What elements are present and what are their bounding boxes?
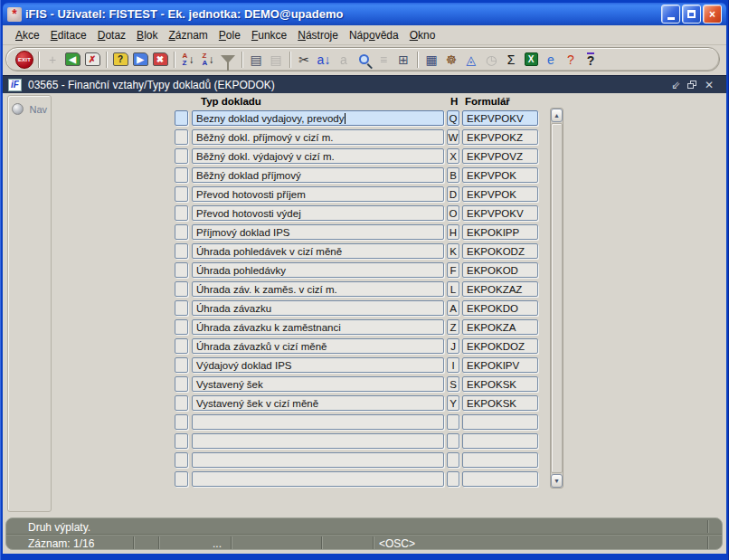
row-indicator[interactable] bbox=[175, 471, 188, 487]
typ-dokladu-field[interactable]: Úhrada závazku bbox=[192, 300, 444, 316]
menu-funkce[interactable]: Funkce bbox=[246, 26, 292, 44]
pyramid-view-button[interactable]: ◬ bbox=[461, 50, 481, 70]
row-indicator[interactable] bbox=[175, 300, 188, 316]
h-field[interactable] bbox=[447, 414, 459, 430]
sort-ascending-button[interactable]: AZ↓ bbox=[178, 50, 198, 70]
h-field[interactable] bbox=[447, 433, 459, 449]
h-field[interactable]: D bbox=[447, 186, 459, 202]
menu-dotaz[interactable]: Dotaz bbox=[92, 26, 131, 44]
help-button[interactable]: ? bbox=[581, 50, 601, 70]
menu-editace[interactable]: Editace bbox=[45, 26, 92, 44]
row-indicator[interactable] bbox=[175, 281, 188, 297]
typ-dokladu-field[interactable] bbox=[192, 471, 444, 487]
cut-button[interactable]: ✂ bbox=[294, 50, 314, 70]
menu-pole[interactable]: Pole bbox=[213, 26, 246, 44]
typ-dokladu-field[interactable]: Úhrada pohledávek v cizí měně bbox=[192, 243, 444, 259]
scroll-down-button[interactable]: ▼ bbox=[551, 474, 563, 488]
row-indicator[interactable] bbox=[175, 376, 188, 392]
h-field[interactable]: J bbox=[447, 338, 459, 354]
maximize-button[interactable] bbox=[682, 5, 701, 24]
typ-dokladu-field[interactable]: Bezny doklad vydajovy, prevody bbox=[192, 110, 444, 126]
row-indicator[interactable] bbox=[175, 110, 188, 126]
typ-dokladu-field[interactable]: Vystavený šek v cizí měně bbox=[192, 395, 444, 411]
typ-dokladu-field[interactable]: Úhrada pohledávky bbox=[192, 262, 444, 278]
formular-field[interactable]: EKPOKIPP bbox=[462, 224, 538, 240]
formular-field[interactable] bbox=[462, 433, 538, 449]
h-field[interactable]: X bbox=[447, 148, 459, 164]
typ-dokladu-field[interactable]: Převod hotovosti příjem bbox=[192, 186, 444, 202]
row-indicator[interactable] bbox=[175, 357, 188, 373]
row-indicator[interactable] bbox=[175, 224, 188, 240]
copy-record-button[interactable]: ◀ bbox=[62, 50, 82, 70]
row-indicator[interactable] bbox=[175, 338, 188, 354]
formular-field[interactable]: EKPVPOKZ bbox=[462, 129, 538, 145]
row-indicator[interactable] bbox=[175, 186, 188, 202]
formular-field[interactable]: EKPVPOK bbox=[462, 167, 538, 183]
formular-field[interactable] bbox=[462, 471, 538, 487]
typ-dokladu-field[interactable]: Úhrada závazků v cizí měně bbox=[192, 338, 444, 354]
h-field[interactable]: B bbox=[447, 167, 459, 183]
h-field[interactable]: H bbox=[447, 224, 459, 240]
browser-button[interactable]: e bbox=[541, 50, 561, 70]
tree-view-button[interactable]: ⊞ bbox=[393, 50, 413, 70]
formular-field[interactable]: EKPVPOK bbox=[462, 186, 538, 202]
h-field[interactable]: Y bbox=[447, 395, 459, 411]
enter-query-button[interactable]: ? bbox=[110, 50, 130, 70]
row-indicator[interactable] bbox=[175, 433, 188, 449]
h-field[interactable] bbox=[447, 471, 459, 487]
execute-query-button[interactable]: ▶ bbox=[130, 50, 150, 70]
menu-nastroje[interactable]: Nástroje bbox=[292, 26, 344, 44]
formular-field[interactable] bbox=[462, 414, 538, 430]
formular-field[interactable]: EKPOKZA bbox=[462, 319, 538, 335]
row-indicator[interactable] bbox=[175, 262, 188, 278]
formular-field[interactable]: EKPVPOKV bbox=[462, 110, 538, 126]
row-indicator[interactable] bbox=[175, 167, 188, 183]
scroll-up-button[interactable]: ▲ bbox=[551, 109, 563, 122]
formular-field[interactable]: EKPVPOVZ bbox=[462, 148, 538, 164]
context-help-button[interactable]: ? bbox=[561, 50, 581, 70]
close-button[interactable]: × bbox=[703, 5, 722, 24]
inner-restore-button[interactable] bbox=[687, 81, 697, 90]
menu-zaznam[interactable]: Záznam bbox=[163, 26, 213, 44]
h-field[interactable] bbox=[447, 452, 459, 468]
find-button[interactable] bbox=[354, 50, 374, 70]
h-field[interactable]: A bbox=[447, 300, 459, 316]
exit-button[interactable]: EXIT bbox=[14, 50, 34, 70]
typ-dokladu-field[interactable]: Běžný dokl. výdajový v cizí m. bbox=[192, 148, 444, 164]
formular-field[interactable]: EKPOKSK bbox=[462, 376, 538, 392]
row-indicator[interactable] bbox=[175, 205, 188, 221]
row-indicator[interactable] bbox=[175, 452, 188, 468]
menu-napoveda[interactable]: Nápověda bbox=[344, 26, 404, 44]
formular-field[interactable]: EKPOKOD bbox=[462, 262, 538, 278]
paste-button[interactable]: a↓ bbox=[314, 50, 334, 70]
h-field[interactable]: K bbox=[447, 243, 459, 259]
nav-sphere-icon[interactable] bbox=[12, 103, 24, 115]
excel-export-button[interactable]: X bbox=[521, 50, 541, 70]
typ-dokladu-field[interactable] bbox=[192, 433, 444, 449]
h-field[interactable]: L bbox=[447, 281, 459, 297]
formular-field[interactable]: EKPOKDO bbox=[462, 300, 538, 316]
vertical-scrollbar[interactable]: ▲ ▼ bbox=[550, 108, 563, 489]
typ-dokladu-field[interactable]: Úhrada závazku k zaměstnanci bbox=[192, 319, 444, 335]
row-indicator[interactable] bbox=[175, 148, 188, 164]
formular-field[interactable]: EKPOKSK bbox=[462, 395, 538, 411]
delete-record-button[interactable]: ✗ bbox=[82, 50, 102, 70]
typ-dokladu-field[interactable]: Běžný dokl. příjmový v cizí m. bbox=[192, 129, 444, 145]
typ-dokladu-field[interactable]: Běžný doklad příjmový bbox=[192, 167, 444, 183]
navigator-helm-button[interactable]: ☸ bbox=[441, 50, 461, 70]
typ-dokladu-field[interactable]: Převod hotovosti výdej bbox=[192, 205, 444, 221]
minimize-button[interactable] bbox=[661, 5, 680, 24]
typ-dokladu-field[interactable] bbox=[192, 452, 444, 468]
h-field[interactable]: S bbox=[447, 376, 459, 392]
formular-field[interactable]: EKPOKZAZ bbox=[462, 281, 538, 297]
h-field[interactable]: F bbox=[447, 262, 459, 278]
row-indicator[interactable] bbox=[175, 243, 188, 259]
typ-dokladu-field[interactable]: Příjmový doklad IPS bbox=[192, 224, 444, 240]
typ-dokladu-field[interactable]: Výdajový doklad IPS bbox=[192, 357, 444, 373]
row-indicator[interactable] bbox=[175, 129, 188, 145]
h-field[interactable]: O bbox=[447, 205, 459, 221]
inner-minimize-button[interactable]: ⇙ bbox=[671, 80, 680, 90]
menu-blok[interactable]: Blok bbox=[131, 26, 163, 44]
typ-dokladu-field[interactable]: Úhrada záv. k zaměs. v cizí m. bbox=[192, 281, 444, 297]
formular-field[interactable]: EKPOKODZ bbox=[462, 243, 538, 259]
